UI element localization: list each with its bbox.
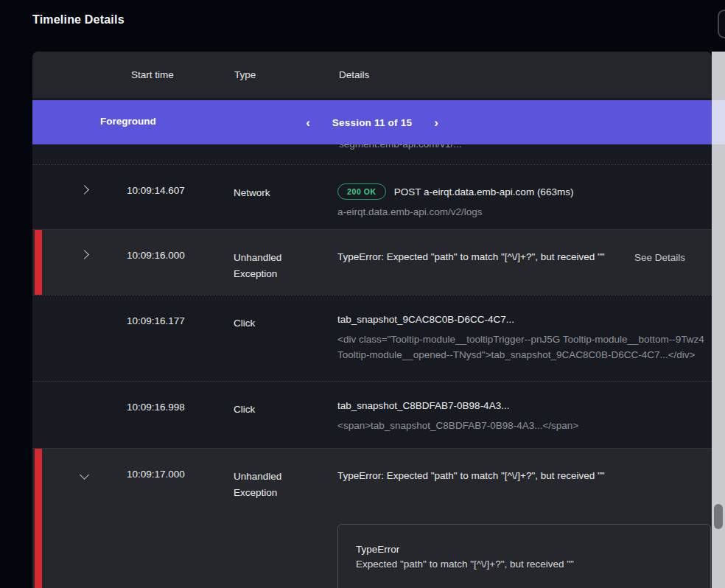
exception-detail-panel: TypeError Expected "path" to match "[^\/…	[337, 524, 711, 588]
column-header-details: Details	[339, 69, 369, 80]
scrollbar-thumb[interactable]	[714, 504, 723, 529]
start-time-value: 10:09:14.607	[127, 185, 185, 196]
column-header-start-time: Start time	[131, 69, 174, 80]
exception-message: TypeError: Expected "path" to match "[^\…	[337, 248, 632, 265]
exception-message: TypeError: Expected "path" to match "[^\…	[337, 467, 632, 484]
status-badge: 200 OK	[337, 183, 386, 200]
page-title: Timeline Details	[32, 13, 125, 27]
chevron-right-icon[interactable]	[80, 250, 89, 259]
start-time-value: 10:09:17.000	[127, 469, 185, 480]
event-type-label: Click	[234, 315, 307, 332]
error-accent-bar	[35, 449, 42, 588]
click-target-title: tab_snapshot_9CAC8C0B-D6CC-4C7...	[337, 314, 712, 325]
next-session-icon[interactable]: ›	[431, 115, 441, 130]
see-details-link[interactable]: See Details	[634, 252, 685, 263]
network-request-title: POST a-eirqt.data.emb-api.com (663ms)	[394, 186, 574, 197]
start-time-value: 10:09:16.177	[127, 315, 185, 326]
timeline-table: Start time Type Details segment.emb-api.…	[32, 52, 712, 588]
click-target-html: <div class="Tooltip-module__tooltipTrigg…	[337, 332, 712, 363]
chevron-right-icon[interactable]	[80, 185, 89, 195]
event-type-label: Click	[234, 402, 307, 418]
chevron-down-icon[interactable]	[80, 470, 89, 480]
table-row-network[interactable]: 10:09:14.607 Network 200 OK POST a-eirqt…	[32, 164, 712, 229]
vertical-scrollbar[interactable]	[712, 52, 725, 588]
table-header: Start time Type Details	[32, 52, 712, 98]
previous-session-icon[interactable]: ‹	[303, 115, 313, 130]
session-pager: ‹ Session 11 of 15 ›	[32, 100, 712, 144]
event-type-label: Unhandled Exception	[234, 250, 307, 282]
exception-name: TypeError	[356, 544, 693, 555]
column-header-type: Type	[234, 69, 256, 80]
event-type-label: Unhandled Exception	[234, 469, 307, 501]
network-details: 200 OK POST a-eirqt.data.emb-api.com (66…	[337, 183, 712, 217]
click-target-html: <span>tab_snapshot_C8BDFAB7-0B98-4A3...<…	[337, 418, 712, 433]
table-row-click[interactable]: 10:09:16.998 Click tab_snapshot_C8BDFAB7…	[32, 381, 712, 448]
start-time-value: 10:09:16.998	[127, 402, 185, 413]
table-row-exception[interactable]: 10:09:16.000 Unhandled Exception TypeErr…	[32, 229, 712, 295]
network-url-subtext: a-eirqt.data.emb-api.com/v2/logs	[337, 206, 712, 217]
edge-clipped-button[interactable]	[718, 10, 725, 38]
exception-detail-message: Expected "path" to match "[^\/]+?", but …	[356, 559, 693, 570]
click-target-title: tab_snapshot_C8BDFAB7-0B98-4A3...	[337, 400, 712, 411]
start-time-value: 10:09:16.000	[127, 250, 185, 261]
event-type-label: Network	[234, 185, 307, 201]
session-counter: Session 11 of 15	[332, 117, 412, 128]
table-row-exception-expanded[interactable]: 10:09:17.000 Unhandled Exception TypeErr…	[32, 448, 712, 588]
session-banner: Foreground ‹ Session 11 of 15 ›	[32, 100, 712, 144]
scrollbar-banner-tint	[712, 100, 725, 144]
timeline-details-view: Timeline Details Start time Type Details…	[0, 0, 725, 588]
table-row-click[interactable]: 10:09:16.177 Click tab_snapshot_9CAC8C0B…	[32, 295, 712, 381]
error-accent-bar	[35, 230, 42, 295]
